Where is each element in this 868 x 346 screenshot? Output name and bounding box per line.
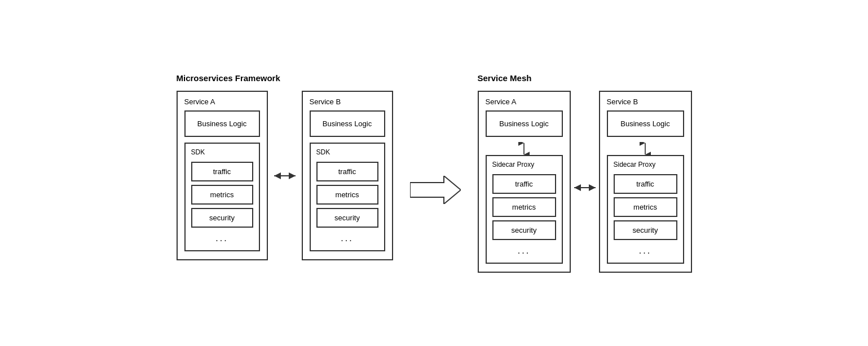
mesh-service-b-box: Service B Business Logic bbox=[599, 91, 692, 273]
mesh-service-b-traffic: traffic bbox=[614, 174, 677, 194]
mesh-services-row: Service A Business Logic bbox=[478, 91, 692, 273]
mesh-service-a-label: Service A bbox=[486, 97, 563, 106]
ms-service-b-label: Service B bbox=[310, 97, 385, 106]
ms-bidir-arrow-svg bbox=[271, 170, 299, 181]
mesh-service-b-business-logic: Business Logic bbox=[607, 110, 684, 137]
mesh-service-b-vert-arrow bbox=[607, 143, 684, 155]
service-mesh-title: Service Mesh bbox=[478, 73, 532, 83]
ms-service-a-label: Service A bbox=[184, 97, 260, 106]
ms-service-a-metrics: metrics bbox=[191, 185, 253, 205]
mesh-service-b-sidecar-box: Sidecar Proxy traffic metrics security .… bbox=[607, 155, 684, 264]
mesh-service-b-label: Service B bbox=[607, 97, 684, 106]
mesh-service-a-security: security bbox=[492, 220, 556, 240]
ms-service-a-sdk-label: SDK bbox=[191, 148, 253, 156]
microservices-section: Microservices Framework Service A Busine… bbox=[177, 73, 393, 260]
ms-bidir-arrow bbox=[268, 170, 302, 181]
mesh-service-a-ellipsis: ... bbox=[492, 243, 556, 258]
ms-service-a-traffic: traffic bbox=[191, 162, 253, 181]
mesh-service-b-sidecar-label: Sidecar Proxy bbox=[614, 161, 677, 168]
mesh-vert-arrow-a-svg bbox=[518, 142, 530, 156]
ms-service-b-business-logic: Business Logic bbox=[310, 110, 385, 137]
mesh-vert-arrow-b-svg bbox=[640, 142, 651, 156]
mesh-bidir-arrow-svg bbox=[571, 182, 599, 193]
transform-arrow-svg bbox=[410, 176, 461, 204]
ms-service-b-sdk-label: SDK bbox=[316, 148, 378, 156]
microservices-content: Service A Business Logic SDK traffic met… bbox=[177, 91, 393, 260]
mesh-service-a-metrics: metrics bbox=[492, 197, 556, 217]
service-mesh-section: Service Mesh Service A Business Logic bbox=[478, 73, 692, 273]
transform-arrow bbox=[410, 176, 461, 204]
ms-service-b-metrics: metrics bbox=[316, 185, 378, 205]
ms-service-b-box: Service B Business Logic SDK traffic met… bbox=[302, 91, 393, 260]
mesh-service-a-traffic: traffic bbox=[492, 174, 556, 194]
mesh-service-a-box: Service A Business Logic bbox=[478, 91, 571, 273]
ms-service-b-ellipsis: ... bbox=[316, 231, 378, 246]
mesh-service-a-sidecar-box: Sidecar Proxy traffic metrics security .… bbox=[486, 155, 563, 264]
mesh-service-a-sidecar-label: Sidecar Proxy bbox=[492, 161, 556, 168]
svg-marker-1 bbox=[410, 176, 461, 204]
diagram-wrapper: Microservices Framework Service A Busine… bbox=[0, 62, 868, 284]
ms-service-b-sdk-box: SDK traffic metrics security ... bbox=[310, 143, 385, 251]
mesh-service-b-metrics: metrics bbox=[614, 197, 677, 217]
ms-service-a-security: security bbox=[191, 208, 253, 228]
microservices-title: Microservices Framework bbox=[177, 73, 280, 83]
mesh-bidir-arrow bbox=[571, 182, 599, 193]
ms-service-a-sdk-box: SDK traffic metrics security ... bbox=[184, 143, 260, 251]
mesh-service-a-vert-arrow bbox=[486, 143, 563, 155]
ms-service-a-business-logic: Business Logic bbox=[184, 110, 260, 137]
mesh-service-a-business-logic: Business Logic bbox=[486, 110, 563, 137]
ms-service-b-security: security bbox=[316, 208, 378, 228]
mesh-service-b-security: security bbox=[614, 220, 677, 240]
ms-service-a-ellipsis: ... bbox=[191, 231, 253, 246]
ms-service-a-box: Service A Business Logic SDK traffic met… bbox=[177, 91, 268, 260]
sections-row: Microservices Framework Service A Busine… bbox=[23, 73, 845, 273]
ms-service-b-traffic: traffic bbox=[316, 162, 378, 181]
mesh-service-b-ellipsis: ... bbox=[614, 243, 677, 258]
